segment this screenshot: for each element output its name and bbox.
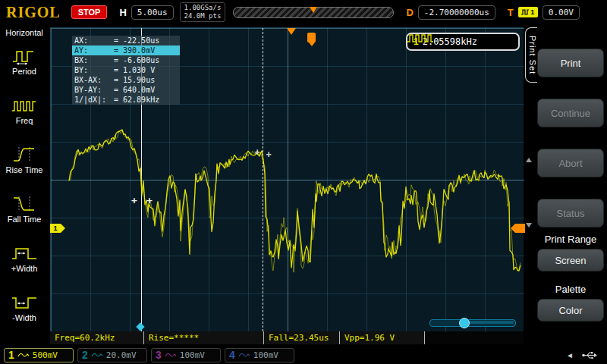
print-button[interactable]: Print <box>537 49 604 77</box>
sidebar-item-label: Rise Time <box>6 166 43 175</box>
measure-sidebar: Horizontal Period Freq Rise Time Fall Ti… <box>0 24 49 346</box>
cursor-row-label: BX: <box>74 56 114 64</box>
tracking-cursor-cross-icon[interactable]: + <box>266 149 271 160</box>
coupling-wave-icon <box>17 351 30 359</box>
rise-time-icon <box>11 146 38 164</box>
channel-4-status[interactable]: 4 100mV <box>225 348 294 362</box>
sidebar-title: Horizontal <box>0 28 49 37</box>
channel-3-status[interactable]: 3 100mV <box>151 348 221 362</box>
color-button[interactable]: Color <box>537 299 604 322</box>
plus-width-icon <box>11 244 38 262</box>
cursor-row-label: BY: <box>74 66 114 74</box>
sidebar-item-rise-time[interactable]: Rise Time <box>0 136 49 185</box>
page-up-icon[interactable] <box>526 158 532 162</box>
freq-icon <box>11 96 38 115</box>
scrollbar-fill <box>464 321 514 324</box>
channel-number: 4 <box>229 349 235 361</box>
coupling-wave-icon <box>165 351 177 359</box>
cursor-row-value: = -6.600us <box>114 56 178 64</box>
horizontal-position-bar[interactable] <box>233 7 394 18</box>
cursor-measurement-panel: AX: = -22.50us AY: = 390.0mV BX: = -6.60… <box>72 36 180 105</box>
channel-number: 3 <box>156 349 162 361</box>
sidebar-item-label: Freq <box>16 117 33 126</box>
counter-source: 1 <box>414 36 419 47</box>
delayed-trigger-flag-icon[interactable] <box>307 33 316 42</box>
palette-label: Palette <box>537 284 604 295</box>
tracking-cursor-cross-icon[interactable]: + <box>254 147 259 158</box>
measurement-fall: Fall=23.45us <box>264 331 340 344</box>
cursor-row-label: AY: <box>74 46 114 55</box>
horizontal-position-marker-icon[interactable] <box>310 7 317 13</box>
print-range-label: Print Range <box>537 234 604 245</box>
sidebar-item-plus-width[interactable]: +Width <box>0 234 49 284</box>
cursor-row-label: 1/|dX|: <box>74 96 114 104</box>
cursor-row-ay-selected: AY: = 390.0mV <box>72 46 180 55</box>
period-icon <box>11 47 38 65</box>
trigger-position-marker-icon[interactable] <box>287 28 296 35</box>
measurement-vpp: Vpp=1.96 V <box>340 331 425 344</box>
scrollbar-thumb[interactable] <box>459 318 470 328</box>
cursor-row-ax: AX: = -22.50us <box>72 36 180 46</box>
run-state-badge[interactable]: STOP <box>71 5 108 19</box>
channel-scale: 100mV <box>253 350 278 360</box>
memory-depth: 24.0M pts <box>184 12 222 20</box>
status-button[interactable]: Status <box>537 199 604 228</box>
sidebar-item-label: Period <box>12 67 36 77</box>
channel-scale: 500mV <box>33 350 58 360</box>
cursor-row-label: BY-AY: <box>74 86 114 94</box>
fall-time-icon <box>11 195 38 213</box>
cursor-a-cross-icon[interactable]: + <box>131 195 137 206</box>
measurement-readout-bar: Freq=60.2kHz Rise=***** Fall=23.45us Vpp… <box>50 331 524 344</box>
coupling-wave-icon <box>91 351 103 359</box>
cursor-b-cross-icon[interactable]: + <box>146 195 153 206</box>
channel-number: 1 <box>8 349 14 361</box>
continue-button[interactable]: Continue <box>537 99 604 127</box>
sidebar-item-minus-width[interactable]: -Width <box>0 284 49 333</box>
channel-number: 2 <box>82 349 88 361</box>
cursor-row-value: = -22.50us <box>114 36 178 45</box>
screen-button[interactable]: Screen <box>537 249 604 271</box>
channel-status-bar: 1 500mV 2 20.0mV 3 100mV 4 100mV ◄ <box>0 346 607 364</box>
delay-label: D <box>406 7 413 18</box>
channel-scale: 100mV <box>180 350 205 360</box>
trigger-level-marker[interactable] <box>515 224 525 233</box>
footer-icons: ◄ <box>566 350 598 360</box>
trigger-level-value[interactable]: 0.00V <box>543 5 580 20</box>
sidebar-item-fall-time[interactable]: Fall Time <box>0 185 49 234</box>
sidebar-item-label: Fall Time <box>8 215 42 224</box>
arrow-left-icon[interactable]: ◄ <box>566 351 574 359</box>
cursor-row-bx: BX: = -6.600us <box>72 55 180 65</box>
minus-width-icon <box>11 293 38 312</box>
cursor-row-bxax: BX-AX: = 15.90us <box>72 75 180 85</box>
sidebar-item-label: -Width <box>12 314 36 323</box>
sidebar-item-label: +Width <box>11 265 38 274</box>
abort-button[interactable]: Abort <box>537 149 604 177</box>
horizontal-scrollbar[interactable] <box>429 319 516 327</box>
delay-value[interactable]: -2.70000000us <box>418 5 495 20</box>
sample-rate: 1.00GSa/s <box>184 4 222 12</box>
coupling-wave-icon <box>238 351 250 359</box>
counter-value: 2.05598kHz <box>423 36 477 47</box>
waveform-display[interactable]: + + + + AX: = -22.50us AY: = 390.0mV BX:… <box>50 27 525 332</box>
channel1-ground-marker[interactable]: 1 <box>50 224 61 233</box>
usb-icon[interactable] <box>581 350 598 360</box>
square-wave-icon <box>521 9 529 15</box>
page-down-icon[interactable] <box>526 223 532 228</box>
channel-1-status[interactable]: 1 500mV <box>4 348 74 362</box>
cursor-row-value: = 640.0mV <box>114 86 178 94</box>
sidebar-item-period[interactable]: Period <box>0 37 49 86</box>
cursor-row-byay: BY-AY: = 640.0mV <box>72 85 180 95</box>
trigger-source-badge[interactable]: 1 <box>518 7 538 17</box>
cursor-bx-line[interactable] <box>263 28 263 331</box>
horizontal-label: H <box>119 7 126 18</box>
cursor-row-label: BX-AX: <box>74 76 114 84</box>
timebase-value[interactable]: 5.00us <box>131 5 174 20</box>
frequency-counter: 1 2.05598kHz <box>406 33 520 51</box>
menu-tab-title: Print Set <box>525 27 537 83</box>
trigger-source-number: 1 <box>530 8 534 16</box>
sidebar-item-freq[interactable]: Freq <box>0 86 49 136</box>
channel-2-status[interactable]: 2 20.0mV <box>77 348 147 362</box>
channel-scale: 20.0mV <box>106 350 137 360</box>
cursor-position-diamond-icon[interactable] <box>136 322 144 331</box>
cursor-row-inv-dx: 1/|dX|: = 62.89kHz <box>72 95 180 105</box>
